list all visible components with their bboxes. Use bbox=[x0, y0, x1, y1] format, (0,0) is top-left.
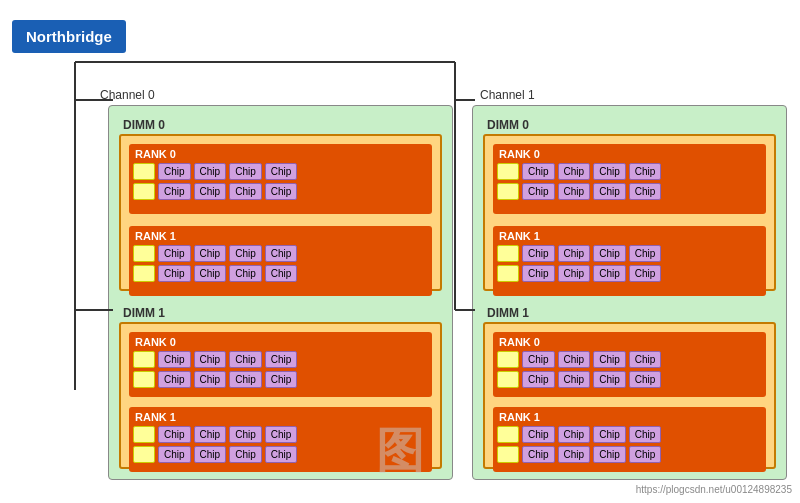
chip: Chip bbox=[593, 371, 626, 388]
chip-row: Chip Chip Chip Chip bbox=[133, 245, 428, 262]
channel0-dimm0-area: RANK 0 Chip Chip Chip Chip Chip Chip Chi… bbox=[119, 134, 442, 291]
chip: Chip bbox=[229, 183, 262, 200]
chip-row: Chip Chip Chip Chip bbox=[133, 446, 428, 463]
chip: Chip bbox=[558, 245, 591, 262]
chip: Chip bbox=[229, 426, 262, 443]
chip: Chip bbox=[265, 183, 298, 200]
chip: Chip bbox=[629, 163, 662, 180]
chip: Chip bbox=[194, 245, 227, 262]
chip-spacer bbox=[133, 446, 155, 463]
chip: Chip bbox=[629, 183, 662, 200]
chip-row: Chip Chip Chip Chip bbox=[133, 371, 428, 388]
chip: Chip bbox=[194, 163, 227, 180]
chip: Chip bbox=[629, 245, 662, 262]
channel1-dimm1-label: DIMM 1 bbox=[483, 304, 776, 322]
chip-row: Chip Chip Chip Chip bbox=[497, 245, 762, 262]
channel1-dimm1-rank1-label: RANK 1 bbox=[497, 411, 762, 423]
channel0-dimm0-rank1: RANK 1 Chip Chip Chip Chip Chip Chip Chi… bbox=[129, 226, 432, 296]
channel0-dimm0: DIMM 0 RANK 0 Chip Chip Chip Chip Chip bbox=[119, 116, 442, 291]
channel0-dimm0-label: DIMM 0 bbox=[119, 116, 442, 134]
chip: Chip bbox=[593, 245, 626, 262]
chip: Chip bbox=[558, 426, 591, 443]
chip: Chip bbox=[158, 446, 191, 463]
channel1-dimm1-area: RANK 0 Chip Chip Chip Chip Chip Chip Chi… bbox=[483, 322, 776, 469]
chip: Chip bbox=[194, 426, 227, 443]
chip-spacer bbox=[497, 426, 519, 443]
channel0-dimm1-rank0-label: RANK 0 bbox=[133, 336, 428, 348]
chip: Chip bbox=[158, 371, 191, 388]
chip: Chip bbox=[158, 163, 191, 180]
chip-row: Chip Chip Chip Chip bbox=[133, 351, 428, 368]
chip-spacer bbox=[497, 265, 519, 282]
chip-row: Chip Chip Chip Chip bbox=[497, 265, 762, 282]
channel0-dimm0-rank0-label: RANK 0 bbox=[133, 148, 428, 160]
northbridge-box: Northbridge bbox=[12, 20, 126, 53]
chip-spacer bbox=[133, 426, 155, 443]
channel1-dimm1-rank1: RANK 1 Chip Chip Chip Chip Chip Chip Chi… bbox=[493, 407, 766, 472]
chip: Chip bbox=[629, 446, 662, 463]
chip-spacer bbox=[497, 163, 519, 180]
chip: Chip bbox=[522, 183, 555, 200]
chip-spacer bbox=[133, 351, 155, 368]
chip: Chip bbox=[229, 265, 262, 282]
chip-spacer bbox=[133, 163, 155, 180]
chip: Chip bbox=[229, 446, 262, 463]
chip: Chip bbox=[265, 426, 298, 443]
chip-spacer bbox=[133, 371, 155, 388]
channel1-dimm1: DIMM 1 RANK 0 Chip Chip Chip Chip Chip bbox=[483, 304, 776, 469]
channel0-dimm1-area: RANK 0 Chip Chip Chip Chip Chip Chip Chi… bbox=[119, 322, 442, 469]
chip: Chip bbox=[522, 265, 555, 282]
chip-spacer bbox=[497, 446, 519, 463]
chip-row: Chip Chip Chip Chip bbox=[497, 426, 762, 443]
channel0-dimm1-rank1: RANK 1 Chip Chip Chip Chip Chip Chip Chi… bbox=[129, 407, 432, 472]
chip: Chip bbox=[229, 163, 262, 180]
chip-spacer bbox=[497, 245, 519, 262]
chip: Chip bbox=[629, 371, 662, 388]
channel0-dimm1-rank1-label: RANK 1 bbox=[133, 411, 428, 423]
chip: Chip bbox=[558, 351, 591, 368]
chip: Chip bbox=[265, 446, 298, 463]
chip: Chip bbox=[558, 265, 591, 282]
channel0-dimm0-rank1-label: RANK 1 bbox=[133, 230, 428, 242]
channel0-label: Channel 0 bbox=[100, 88, 155, 102]
chip: Chip bbox=[158, 426, 191, 443]
channel1-dimm0-label: DIMM 0 bbox=[483, 116, 776, 134]
chip-spacer bbox=[497, 183, 519, 200]
channel1-dimm0-rank1-label: RANK 1 bbox=[497, 230, 762, 242]
chip: Chip bbox=[593, 351, 626, 368]
chip: Chip bbox=[593, 265, 626, 282]
chip: Chip bbox=[522, 371, 555, 388]
chip: Chip bbox=[593, 183, 626, 200]
channel1-dimm0-rank0-label: RANK 0 bbox=[497, 148, 762, 160]
channel1-dimm0-rank1: RANK 1 Chip Chip Chip Chip Chip Chip Chi… bbox=[493, 226, 766, 296]
chip: Chip bbox=[265, 245, 298, 262]
chip-row: Chip Chip Chip Chip bbox=[133, 265, 428, 282]
chip: Chip bbox=[558, 183, 591, 200]
chip: Chip bbox=[522, 351, 555, 368]
channel1-dimm0-rank0: RANK 0 Chip Chip Chip Chip Chip Chip Chi… bbox=[493, 144, 766, 214]
chip: Chip bbox=[265, 351, 298, 368]
chip: Chip bbox=[265, 265, 298, 282]
chip: Chip bbox=[229, 245, 262, 262]
chip: Chip bbox=[229, 371, 262, 388]
channel1-area: DIMM 0 RANK 0 Chip Chip Chip Chip Chip bbox=[472, 105, 787, 480]
channel1-dimm1-rank0: RANK 0 Chip Chip Chip Chip Chip Chip Chi… bbox=[493, 332, 766, 397]
chip-spacer bbox=[133, 265, 155, 282]
chip-row: Chip Chip Chip Chip bbox=[133, 163, 428, 180]
chip-spacer bbox=[133, 245, 155, 262]
diagram-container: Northbridge Channel 0 DIMM 0 RANK 0 bbox=[0, 0, 800, 503]
chip: Chip bbox=[265, 163, 298, 180]
chip: Chip bbox=[593, 163, 626, 180]
chip: Chip bbox=[194, 265, 227, 282]
chip-row: Chip Chip Chip Chip bbox=[497, 163, 762, 180]
channel0-area: DIMM 0 RANK 0 Chip Chip Chip Chip Chip bbox=[108, 105, 453, 480]
chip: Chip bbox=[522, 163, 555, 180]
chip: Chip bbox=[158, 265, 191, 282]
channel1-label: Channel 1 bbox=[480, 88, 535, 102]
channel0-dimm0-rank0: RANK 0 Chip Chip Chip Chip Chip Chip Chi… bbox=[129, 144, 432, 214]
chip: Chip bbox=[558, 163, 591, 180]
chip: Chip bbox=[558, 371, 591, 388]
channel0-dimm1: DIMM 1 RANK 0 Chip Chip Chip Chip Chip bbox=[119, 304, 442, 469]
chip-spacer bbox=[497, 371, 519, 388]
chip: Chip bbox=[158, 183, 191, 200]
